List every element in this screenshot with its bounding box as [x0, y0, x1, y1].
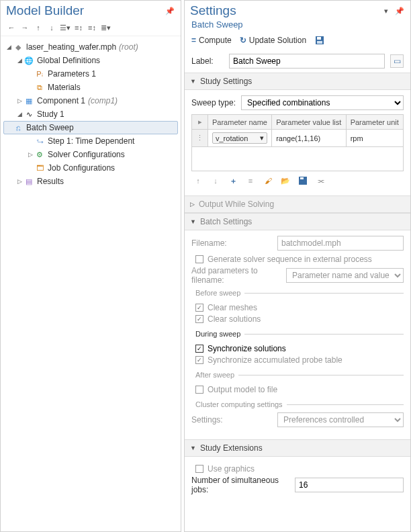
chevron-down-icon[interactable]: ◢ [15, 111, 24, 118]
study-extensions-header[interactable]: ▼ Study Extensions [185, 439, 410, 457]
expand-l-icon[interactable]: ≡↕ [73, 22, 84, 33]
row-handle-icon[interactable]: ⋮ [192, 130, 208, 147]
after-sweep-legend: After sweep [191, 371, 238, 379]
param-name-select[interactable]: v_rotation ▾ [212, 132, 267, 144]
sync-solutions-checkbox[interactable]: ✓ Synchronize solutions [195, 344, 404, 353]
study-settings-header[interactable]: ▼ Study Settings [185, 73, 410, 90]
tree-item-materials[interactable]: ⧉Materials [3, 81, 178, 94]
param-values-cell[interactable]: range(1,1,16) [272, 130, 346, 147]
tree-item-label: Study 1 [37, 109, 64, 119]
save-table-icon[interactable] [298, 175, 308, 186]
save-icon[interactable] [314, 35, 325, 46]
model-builder-title: Model Builder [6, 3, 84, 18]
tree-item-label: Global Definitions [37, 56, 100, 65]
mat-icon: ⧉ [34, 82, 45, 93]
expand-r-icon[interactable]: ≡↕ [87, 22, 97, 33]
nav-back-icon[interactable]: ← [6, 22, 17, 33]
list-icon[interactable]: ≣▾ [100, 22, 111, 33]
tree-item-solver-configurations[interactable]: ▷⚙Solver Configurations [3, 148, 178, 161]
output-while-solving-header[interactable]: ▷ Output While Solving [185, 195, 410, 213]
chevron-right-icon[interactable]: ▷ [15, 178, 24, 185]
output-model-checkbox[interactable]: Output model to file [195, 385, 404, 394]
tree-item-component-1[interactable]: ▷▦Component 1(comp1) [3, 94, 178, 107]
solver-icon: ⚙ [34, 149, 45, 160]
tree-item-label: Component 1 [37, 96, 85, 105]
col-param-values: Parameter value list [272, 115, 346, 130]
dropdown-icon[interactable]: ▾ [381, 5, 392, 16]
filename-label: Filename: [191, 238, 272, 248]
compute-icon: = [191, 36, 196, 45]
plot-icon[interactable]: ⫘ [315, 175, 326, 186]
label-input[interactable] [229, 54, 385, 69]
batch-settings-header[interactable]: ▼ Batch Settings [185, 213, 410, 230]
tree-item-step-1-time-dependent[interactable]: ⮑Step 1: Time Dependent [3, 134, 178, 148]
sweep-type-select[interactable]: Specified combinations [241, 95, 404, 110]
settings-pane: Settings ▾ 📌 Batch Sweep = Compute ↻ Upd… [184, 0, 411, 532]
label-options-icon[interactable]: ▭ [390, 54, 404, 68]
chevron-right-icon[interactable]: ▷ [15, 97, 24, 104]
add-params-select[interactable]: Parameter name and value [286, 268, 404, 283]
update-solution-button[interactable]: ↻ Update Solution [240, 36, 306, 45]
filename-input[interactable] [277, 236, 404, 251]
move-down-icon[interactable]: ↓ [210, 175, 221, 186]
clear-solutions-checkbox[interactable]: ✓ Clear solutions [195, 314, 404, 324]
svg-rect-4 [300, 177, 304, 179]
svg-rect-1 [317, 37, 321, 40]
checkbox-icon [195, 386, 203, 394]
delete-row-icon[interactable]: ≡ [245, 175, 256, 186]
settings-header: Settings ▾ 📌 [185, 1, 410, 19]
open-folder-icon[interactable]: 📂 [280, 175, 291, 186]
tree-item-batch-sweep[interactable]: ⎌Batch Sweep [3, 121, 178, 134]
chevron-down-icon: ▾ [260, 134, 264, 142]
during-sweep-legend: During sweep [191, 330, 244, 338]
param-unit-cell[interactable]: rpm [346, 130, 403, 147]
clear-meshes-checkbox[interactable]: ✓ Clear meshes [195, 303, 404, 312]
num-jobs-input[interactable] [295, 478, 404, 492]
tree-item-label: Job Configurations [48, 163, 115, 173]
parameter-table[interactable]: ▸ Parameter name Parameter value list Pa… [191, 114, 404, 147]
cluster-settings-select[interactable]: Preferences controlled [277, 412, 404, 427]
chevron-down-icon[interactable]: ◢ [15, 57, 24, 64]
batch-icon: ⎌ [13, 122, 24, 133]
add-row-icon[interactable]: ＋ [228, 175, 238, 186]
use-graphics-checkbox[interactable]: Use graphics [195, 464, 404, 474]
globe-icon: 🌐 [24, 55, 34, 66]
tree-item-label: Materials [48, 83, 81, 92]
tree-item-job-configurations[interactable]: 🗔Job Configurations [3, 161, 178, 175]
tree-item-laser-heating-wafer-mph[interactable]: ◢◆laser_heating_wafer.mph(root) [3, 40, 178, 54]
tree-item-global-definitions[interactable]: ◢🌐Global Definitions [3, 54, 178, 67]
label-row: Label: ▭ [185, 50, 410, 73]
model-tree[interactable]: ◢◆laser_heating_wafer.mph(root)◢🌐Global … [1, 36, 181, 531]
cluster-legend: Cluster computing settings [191, 400, 287, 408]
tree-item-study-1[interactable]: ◢∿Study 1 [3, 107, 178, 121]
generate-solver-checkbox[interactable]: Generate solver sequence in external pro… [195, 255, 404, 264]
table-blank-area[interactable] [191, 147, 404, 171]
study-icon: ∿ [24, 109, 34, 120]
pi-icon: Pᵢ [34, 69, 45, 79]
tree-up-icon[interactable]: ↑ [33, 22, 44, 33]
clear-icon[interactable]: 🖌 [263, 175, 273, 186]
comp-icon: ▦ [24, 95, 34, 106]
tree-down-icon[interactable]: ↓ [46, 22, 57, 33]
chevron-down-icon: ▼ [190, 445, 196, 451]
col-param-name: Parameter name [208, 115, 272, 130]
sync-probe-checkbox[interactable]: ✓ Synchronize accumulated probe table [195, 355, 404, 365]
step-icon: ⮑ [34, 136, 45, 146]
tree-item-results[interactable]: ▷▤Results [3, 175, 178, 188]
cluster-settings-label: Settings: [191, 415, 272, 425]
move-up-icon[interactable]: ↑ [193, 175, 203, 186]
model-builder-toolbar: ← → ↑ ↓ ☰▾ ≡↕ ≡↕ ≣▾ [1, 19, 181, 36]
checkbox-checked-icon: ✓ [195, 345, 203, 353]
label-caption: Label: [191, 56, 224, 66]
collapse-icon[interactable]: ☰▾ [60, 22, 71, 33]
chevron-right-icon[interactable]: ▷ [26, 151, 34, 158]
nav-fwd-icon[interactable]: → [19, 22, 30, 33]
table-row[interactable]: ⋮ v_rotation ▾ range(1,1,16) rpm [192, 130, 404, 147]
chevron-down-icon: ▼ [190, 218, 196, 225]
compute-button[interactable]: = Compute [191, 36, 232, 45]
tree-item-parameters-1[interactable]: PᵢParameters 1 [3, 67, 178, 81]
chevron-down-icon[interactable]: ◢ [5, 44, 13, 50]
before-sweep-legend: Before sweep [191, 289, 244, 297]
pin-icon[interactable]: 📌 [394, 5, 405, 16]
pin-icon[interactable]: 📌 [165, 5, 175, 16]
